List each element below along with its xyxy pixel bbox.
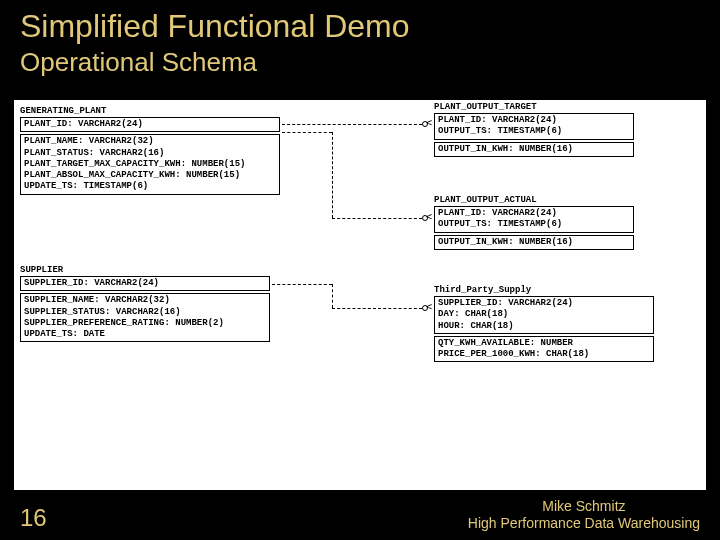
entity-title: Third_Party_Supply — [434, 285, 654, 296]
rel-line — [332, 132, 333, 218]
rel-line — [332, 284, 333, 308]
attr: PLANT_NAME: VARCHAR2(32) — [24, 136, 276, 147]
credit-subtitle: High Performance Data Warehousing — [468, 515, 700, 532]
pk: PLANT_ID: VARCHAR2(24) — [438, 208, 630, 219]
attr: SUPPLIER_NAME: VARCHAR2(32) — [24, 295, 266, 306]
entity-title: SUPPLIER — [20, 265, 270, 276]
attr: PLANT_ABSOL_MAX_CAPACITY_KWH: NUMBER(15) — [24, 170, 276, 181]
entity-title: PLANT_OUTPUT_ACTUAL — [434, 195, 634, 206]
pk: SUPPLIER_ID: VARCHAR2(24) — [438, 298, 650, 309]
crowfoot-icon: < — [426, 211, 432, 222]
entity-generating-plant: GENERATING_PLANT PLANT_ID: VARCHAR2(24) … — [20, 106, 280, 197]
entity-attrs-box: SUPPLIER_NAME: VARCHAR2(32) SUPPLIER_STA… — [20, 293, 270, 342]
slide-number: 16 — [20, 504, 47, 532]
attr: SUPPLIER_PREFERENCE_RATING: NUMBER(2) — [24, 318, 266, 329]
pk: PLANT_ID: VARCHAR2(24) — [438, 115, 630, 126]
entity-pk-box: PLANT_ID: VARCHAR2(24) OUTPUT_TS: TIMEST… — [434, 206, 634, 233]
attr: UPDATE_TS: DATE — [24, 329, 266, 340]
entity-attrs-box: PLANT_NAME: VARCHAR2(32) PLANT_STATUS: V… — [20, 134, 280, 194]
entity-pk-box: PLANT_ID: VARCHAR2(24) OUTPUT_TS: TIMEST… — [434, 113, 634, 140]
rel-line — [272, 284, 332, 285]
credit-author: Mike Schmitz — [468, 498, 700, 515]
entity-pk-box: PLANT_ID: VARCHAR2(24) — [20, 117, 280, 132]
attr: QTY_KWH_AVAILABLE: NUMBER — [438, 338, 650, 349]
entity-supplier: SUPPLIER SUPPLIER_ID: VARCHAR2(24) SUPPL… — [20, 265, 270, 344]
attr: OUTPUT_IN_KWH: NUMBER(16) — [438, 237, 630, 248]
entity-pk-box: SUPPLIER_ID: VARCHAR2(24) DAY: CHAR(18) … — [434, 296, 654, 334]
rel-line — [332, 218, 422, 219]
rel-line — [332, 308, 422, 309]
attr: UPDATE_TS: TIMESTAMP(6) — [24, 181, 276, 192]
entity-title: GENERATING_PLANT — [20, 106, 280, 117]
entity-attrs-box: OUTPUT_IN_KWH: NUMBER(16) — [434, 142, 634, 157]
entity-title: PLANT_OUTPUT_TARGET — [434, 102, 634, 113]
attr: PLANT_TARGET_MAX_CAPACITY_KWH: NUMBER(15… — [24, 159, 276, 170]
credit: Mike Schmitz High Performance Data Wareh… — [468, 498, 700, 532]
crowfoot-icon: < — [426, 301, 432, 312]
slide-title: Simplified Functional Demo — [0, 0, 720, 45]
slide-footer: 16 Mike Schmitz High Performance Data Wa… — [20, 498, 700, 532]
entity-pk-box: SUPPLIER_ID: VARCHAR2(24) — [20, 276, 270, 291]
pk: HOUR: CHAR(18) — [438, 321, 650, 332]
attr: OUTPUT_IN_KWH: NUMBER(16) — [438, 144, 630, 155]
entity-third-party-supply: Third_Party_Supply SUPPLIER_ID: VARCHAR2… — [434, 285, 654, 364]
attr: PRICE_PER_1000_KWH: CHAR(18) — [438, 349, 650, 360]
attr: SUPPLIER_STATUS: VARCHAR2(16) — [24, 307, 266, 318]
rel-line — [282, 124, 422, 125]
entity-plant-output-actual: PLANT_OUTPUT_ACTUAL PLANT_ID: VARCHAR2(2… — [434, 195, 634, 252]
attr: PLANT_STATUS: VARCHAR2(16) — [24, 148, 276, 159]
rel-line — [282, 132, 332, 133]
entity-attrs-box: OUTPUT_IN_KWH: NUMBER(16) — [434, 235, 634, 250]
entity-plant-output-target: PLANT_OUTPUT_TARGET PLANT_ID: VARCHAR2(2… — [434, 102, 634, 159]
entity-attrs-box: QTY_KWH_AVAILABLE: NUMBER PRICE_PER_1000… — [434, 336, 654, 363]
slide-subtitle: Operational Schema — [0, 45, 720, 86]
crowfoot-icon: < — [426, 117, 432, 128]
schema-diagram: GENERATING_PLANT PLANT_ID: VARCHAR2(24) … — [14, 100, 706, 490]
pk: OUTPUT_TS: TIMESTAMP(6) — [438, 126, 630, 137]
pk: OUTPUT_TS: TIMESTAMP(6) — [438, 219, 630, 230]
pk: DAY: CHAR(18) — [438, 309, 650, 320]
